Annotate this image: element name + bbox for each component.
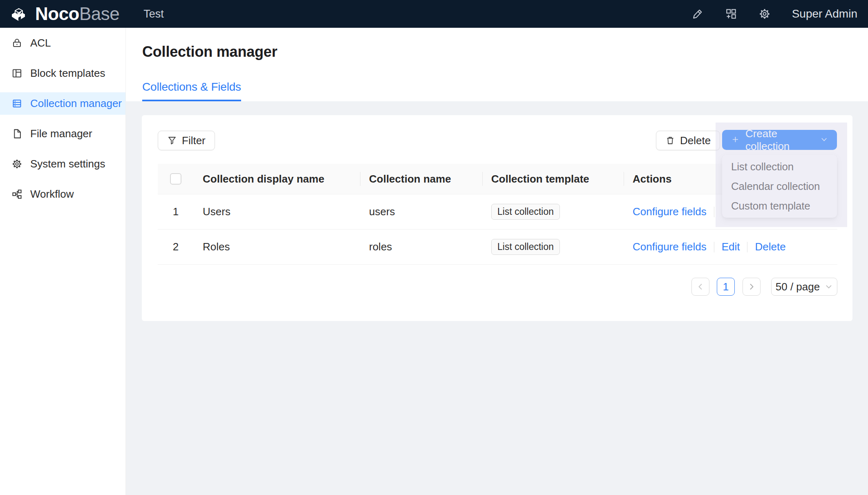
cell-collection-name: roles [360,241,482,253]
column-header-template: Collection template [482,173,624,185]
main-menu: Test [143,8,165,20]
logo-noco: Noco [35,4,79,24]
layout-icon [11,68,22,79]
gear-icon[interactable] [758,8,771,20]
select-all-checkbox[interactable] [170,173,181,185]
edit-link[interactable]: Edit [722,241,740,253]
gear-icon [11,158,22,169]
sidebar-item-label: File manager [30,127,92,140]
cell-display-name: Roles [194,241,360,253]
prev-page-button[interactable] [691,278,709,296]
sidebar-item-workflow[interactable]: Workflow [0,183,125,205]
table-row: 2 Roles roles List collection Configure … [158,230,837,265]
column-header-display-name: Collection display name [194,173,360,185]
cell-actions: Configure fields Edit Delete [624,241,837,253]
trash-icon [665,136,675,145]
collections-card: Filter Delete Create c [142,115,852,321]
next-page-button[interactable] [743,278,761,296]
menu-item-custom-template[interactable]: Custom template [722,196,837,216]
tab-collections-fields[interactable]: Collections & Fields [142,80,241,101]
menu-item-calendar-collection[interactable]: Calendar collection [722,176,837,196]
tab-bar: Collections & Fields [142,80,241,101]
nocobase-logo-icon [10,5,29,22]
logo-base: Base [79,4,119,24]
sidebar-item-label: Collection manager [30,97,122,110]
sidebar-item-collection-manager[interactable]: Collection manager [0,92,125,115]
content-area: Filter Delete Create c [126,101,868,495]
filter-button-label: Filter [182,134,206,147]
page-size-select[interactable]: 50 / page [771,278,837,296]
page-size-value: 50 / page [776,281,820,293]
lock-icon [11,38,22,49]
action-divider [714,242,714,252]
sidebar-item-label: System settings [30,158,105,170]
pagination: 1 50 / page [691,278,837,296]
filter-button[interactable]: Filter [158,131,215,150]
menu-item-test[interactable]: Test [143,4,165,23]
top-navbar: NocoBase Test [0,0,868,28]
logo-wordmark: NocoBase [35,5,119,23]
collection-icon [11,98,22,109]
page-title: Collection manager [126,28,868,60]
configure-fields-link[interactable]: Configure fields [633,205,707,218]
delete-link[interactable]: Delete [755,241,785,253]
action-divider [714,207,714,217]
cell-collection-name: users [360,205,482,218]
sidebar-item-label: Block templates [30,67,105,80]
sidebar-item-label: ACL [30,37,51,49]
action-divider [747,242,747,252]
create-collection-dropdown: List collection Calendar collection Cust… [722,155,837,218]
filter-icon [167,136,177,145]
delete-button-label: Delete [680,134,711,147]
template-tag: List collection [491,204,560,220]
chevron-down-icon [825,283,833,291]
configure-fields-link[interactable]: Configure fields [633,241,707,253]
template-tag: List collection [491,239,560,255]
create-collection-label: Create collection [745,127,814,153]
row-index: 2 [158,241,194,253]
page-header: Collection manager Collections & Fields [126,28,868,101]
user-menu[interactable]: Super Admin [792,7,857,20]
main-area: Collection manager Collections & Fields … [126,28,868,495]
page-number-1[interactable]: 1 [717,278,735,296]
menu-item-list-collection[interactable]: List collection [722,157,837,176]
highlighter-icon[interactable] [691,8,704,20]
navbar-right: Super Admin [691,7,868,20]
cell-template: List collection [482,239,624,255]
workflow-icon [11,189,22,200]
settings-sidebar: ACL Block templates Collection manager [0,28,126,495]
sidebar-item-acl[interactable]: ACL [0,32,125,54]
file-icon [11,128,22,139]
cell-display-name: Users [194,205,360,218]
delete-button[interactable]: Delete [656,131,720,150]
create-collection-button[interactable]: Create collection [722,130,837,150]
header-checkbox-cell [158,173,194,185]
row-index: 1 [158,205,194,218]
nocobase-logo[interactable]: NocoBase [0,5,119,23]
cell-template: List collection [482,204,624,220]
plus-icon [731,135,740,145]
sidebar-item-file-manager[interactable]: File manager [0,123,125,145]
blocks-add-icon[interactable] [725,8,737,20]
sidebar-item-block-templates[interactable]: Block templates [0,62,125,85]
chevron-down-icon [820,136,828,145]
sidebar-item-system-settings[interactable]: System settings [0,153,125,175]
sidebar-item-label: Workflow [30,188,74,201]
column-header-name: Collection name [360,173,482,185]
